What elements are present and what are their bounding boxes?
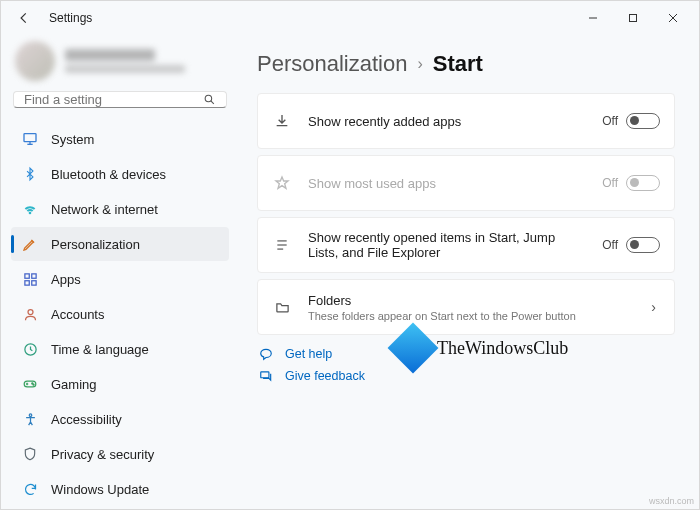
nav-icon bbox=[21, 375, 39, 393]
svg-point-17 bbox=[33, 384, 34, 385]
sidebar-item-personalization[interactable]: Personalization bbox=[11, 227, 229, 261]
svg-rect-7 bbox=[24, 273, 28, 277]
toggle-state: Off bbox=[602, 238, 618, 252]
nav-icon bbox=[21, 305, 39, 323]
sidebar-item-time-language[interactable]: Time & language bbox=[11, 332, 229, 366]
feedback-icon bbox=[257, 369, 275, 383]
setting-card: Show most used appsOff bbox=[257, 155, 675, 211]
get-help-label: Get help bbox=[285, 347, 332, 361]
card-subtitle: These folders appear on Start next to th… bbox=[308, 310, 635, 322]
toggle-switch bbox=[626, 175, 660, 191]
card-title: Folders bbox=[308, 293, 635, 308]
toggle-state: Off bbox=[602, 114, 618, 128]
svg-rect-22 bbox=[261, 372, 269, 378]
sidebar-item-label: Network & internet bbox=[51, 202, 158, 217]
sidebar: SystemBluetooth & devicesNetwork & inter… bbox=[1, 35, 239, 509]
svg-rect-1 bbox=[630, 15, 637, 22]
breadcrumb: Personalization › Start bbox=[257, 51, 675, 77]
sidebar-item-label: Accessibility bbox=[51, 412, 122, 427]
sidebar-item-apps[interactable]: Apps bbox=[11, 262, 229, 296]
window-title: Settings bbox=[49, 11, 92, 25]
list-icon bbox=[272, 235, 292, 255]
sidebar-item-accounts[interactable]: Accounts bbox=[11, 297, 229, 331]
minimize-button[interactable] bbox=[573, 4, 613, 32]
sidebar-item-label: Windows Update bbox=[51, 482, 149, 497]
svg-point-2 bbox=[205, 95, 212, 102]
card-title: Show most used apps bbox=[308, 176, 586, 191]
svg-point-11 bbox=[28, 309, 33, 314]
search-input[interactable] bbox=[24, 92, 203, 107]
sidebar-item-windows-update[interactable]: Windows Update bbox=[11, 472, 229, 506]
profile-block[interactable] bbox=[11, 41, 229, 81]
breadcrumb-parent[interactable]: Personalization bbox=[257, 51, 407, 77]
setting-card[interactable]: FoldersThese folders appear on Start nex… bbox=[257, 279, 675, 335]
nav-icon bbox=[21, 165, 39, 183]
sidebar-item-network-internet[interactable]: Network & internet bbox=[11, 192, 229, 226]
sidebar-item-privacy-security[interactable]: Privacy & security bbox=[11, 437, 229, 471]
nav-list: SystemBluetooth & devicesNetwork & inter… bbox=[11, 122, 229, 506]
search-icon bbox=[203, 93, 216, 106]
watermark: TheWindowsClub bbox=[395, 330, 568, 366]
sidebar-item-label: Personalization bbox=[51, 237, 140, 252]
sidebar-item-gaming[interactable]: Gaming bbox=[11, 367, 229, 401]
svg-rect-9 bbox=[24, 280, 28, 284]
nav-icon bbox=[21, 270, 39, 288]
toggle-switch[interactable] bbox=[626, 113, 660, 129]
breadcrumb-current: Start bbox=[433, 51, 483, 77]
sidebar-item-label: Time & language bbox=[51, 342, 149, 357]
toggle-switch[interactable] bbox=[626, 237, 660, 253]
svg-line-3 bbox=[211, 101, 214, 104]
titlebar: Settings bbox=[1, 1, 699, 35]
sidebar-item-bluetooth-devices[interactable]: Bluetooth & devices bbox=[11, 157, 229, 191]
svg-rect-4 bbox=[24, 134, 36, 142]
close-button[interactable] bbox=[653, 4, 693, 32]
download-icon bbox=[272, 111, 292, 131]
nav-icon bbox=[21, 480, 39, 498]
nav-icon bbox=[21, 235, 39, 253]
content-area: Personalization › Start Show recently ad… bbox=[239, 35, 699, 509]
help-icon bbox=[257, 347, 275, 361]
svg-rect-8 bbox=[31, 273, 35, 277]
star-icon bbox=[272, 173, 292, 193]
sidebar-item-label: Privacy & security bbox=[51, 447, 154, 462]
sidebar-item-label: Accounts bbox=[51, 307, 104, 322]
setting-card: Show recently added appsOff bbox=[257, 93, 675, 149]
card-title: Show recently opened items in Start, Jum… bbox=[308, 230, 586, 260]
nav-icon bbox=[21, 200, 39, 218]
give-feedback-link[interactable]: Give feedback bbox=[257, 369, 675, 383]
nav-icon bbox=[21, 445, 39, 463]
sidebar-item-system[interactable]: System bbox=[11, 122, 229, 156]
search-box[interactable] bbox=[13, 91, 227, 108]
svg-point-18 bbox=[29, 413, 32, 416]
chevron-right-icon: › bbox=[417, 55, 422, 73]
back-button[interactable] bbox=[13, 7, 35, 29]
card-title: Show recently added apps bbox=[308, 114, 586, 129]
watermark-text: TheWindowsClub bbox=[437, 338, 568, 359]
sidebar-item-label: System bbox=[51, 132, 94, 147]
nav-icon bbox=[21, 410, 39, 428]
chevron-right-icon: › bbox=[651, 299, 660, 315]
sidebar-item-accessibility[interactable]: Accessibility bbox=[11, 402, 229, 436]
maximize-button[interactable] bbox=[613, 4, 653, 32]
give-feedback-label: Give feedback bbox=[285, 369, 365, 383]
sidebar-item-label: Gaming bbox=[51, 377, 97, 392]
avatar bbox=[15, 41, 55, 81]
watermark-logo bbox=[388, 323, 439, 374]
toggle-state: Off bbox=[602, 176, 618, 190]
corner-credit: wsxdn.com bbox=[649, 496, 694, 506]
svg-rect-10 bbox=[31, 280, 35, 284]
sidebar-item-label: Apps bbox=[51, 272, 81, 287]
nav-icon bbox=[21, 130, 39, 148]
nav-icon bbox=[21, 340, 39, 358]
folder-icon bbox=[272, 297, 292, 317]
setting-card: Show recently opened items in Start, Jum… bbox=[257, 217, 675, 273]
sidebar-item-label: Bluetooth & devices bbox=[51, 167, 166, 182]
